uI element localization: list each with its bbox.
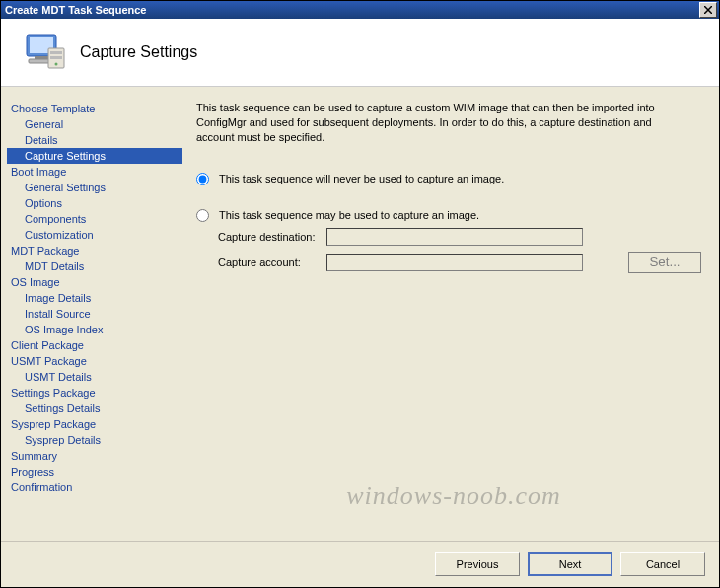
next-button[interactable]: Next <box>528 552 612 576</box>
wizard-window: Create MDT Task Sequence Capture Setting… <box>0 0 720 588</box>
cancel-button[interactable]: Cancel <box>620 552 705 576</box>
nav-boot-image[interactable]: Boot Image <box>7 164 182 180</box>
watermark: windows-noob.com <box>346 481 561 511</box>
title-bar: Create MDT Task Sequence <box>1 1 719 19</box>
capture-account-label: Capture account: <box>218 257 326 268</box>
nav-general-settings[interactable]: General Settings <box>7 180 182 195</box>
nav-client-package[interactable]: Client Package <box>7 337 182 353</box>
nav-settings-package[interactable]: Settings Package <box>7 385 182 401</box>
computer-icon <box>21 29 68 76</box>
radio-may-capture[interactable] <box>196 209 209 222</box>
nav-mdt-package[interactable]: MDT Package <box>7 243 182 258</box>
nav-confirmation[interactable]: Confirmation <box>7 479 182 495</box>
nav-os-image[interactable]: OS Image <box>7 274 182 290</box>
svg-point-7 <box>55 63 58 66</box>
svg-rect-6 <box>50 56 62 59</box>
capture-destination-input[interactable] <box>326 228 583 246</box>
page-description: This task sequence can be used to captur… <box>196 101 680 145</box>
capture-account-input[interactable] <box>326 254 583 271</box>
nav-general[interactable]: General <box>7 116 182 132</box>
close-button[interactable] <box>699 2 717 18</box>
radio-never-capture[interactable] <box>196 173 209 185</box>
wizard-header: Capture Settings <box>1 19 719 87</box>
nav-customization[interactable]: Customization <box>7 227 182 243</box>
nav-sysprep-package[interactable]: Sysprep Package <box>7 416 182 432</box>
radio-may-capture-label: This task sequence may be used to captur… <box>219 209 479 221</box>
window-title: Create MDT Task Sequence <box>5 4 146 16</box>
nav-usmt-package[interactable]: USMT Package <box>7 353 182 369</box>
nav-progress[interactable]: Progress <box>7 464 182 479</box>
page-title: Capture Settings <box>80 43 197 61</box>
wizard-footer: Previous Next Cancel <box>1 541 719 587</box>
wizard-nav: Choose Template General Details Capture … <box>1 87 188 541</box>
close-icon <box>704 6 712 14</box>
svg-rect-5 <box>50 51 62 54</box>
nav-sysprep-details[interactable]: Sysprep Details <box>7 432 182 448</box>
set-button[interactable]: Set... <box>628 252 701 273</box>
previous-button[interactable]: Previous <box>435 552 520 576</box>
wizard-body: Choose Template General Details Capture … <box>1 87 719 541</box>
nav-capture-settings[interactable]: Capture Settings <box>7 148 182 164</box>
wizard-main: This task sequence can be used to captur… <box>188 87 719 541</box>
nav-details[interactable]: Details <box>7 132 182 148</box>
nav-mdt-details[interactable]: MDT Details <box>7 258 182 274</box>
capture-form: Capture destination: Capture account: Se… <box>218 228 701 273</box>
capture-destination-label: Capture destination: <box>218 231 326 243</box>
nav-os-image-index[interactable]: OS Image Index <box>7 322 182 337</box>
nav-usmt-details[interactable]: USMT Details <box>7 369 182 385</box>
nav-settings-details[interactable]: Settings Details <box>7 401 182 416</box>
nav-choose-template[interactable]: Choose Template <box>7 101 182 116</box>
radio-never-capture-row[interactable]: This task sequence will never be used to… <box>196 173 701 185</box>
nav-components[interactable]: Components <box>7 211 182 227</box>
nav-install-source[interactable]: Install Source <box>7 306 182 322</box>
radio-never-capture-label: This task sequence will never be used to… <box>219 173 504 184</box>
nav-image-details[interactable]: Image Details <box>7 290 182 306</box>
nav-summary[interactable]: Summary <box>7 448 182 464</box>
radio-may-capture-row[interactable]: This task sequence may be used to captur… <box>196 209 701 222</box>
nav-options[interactable]: Options <box>7 195 182 211</box>
